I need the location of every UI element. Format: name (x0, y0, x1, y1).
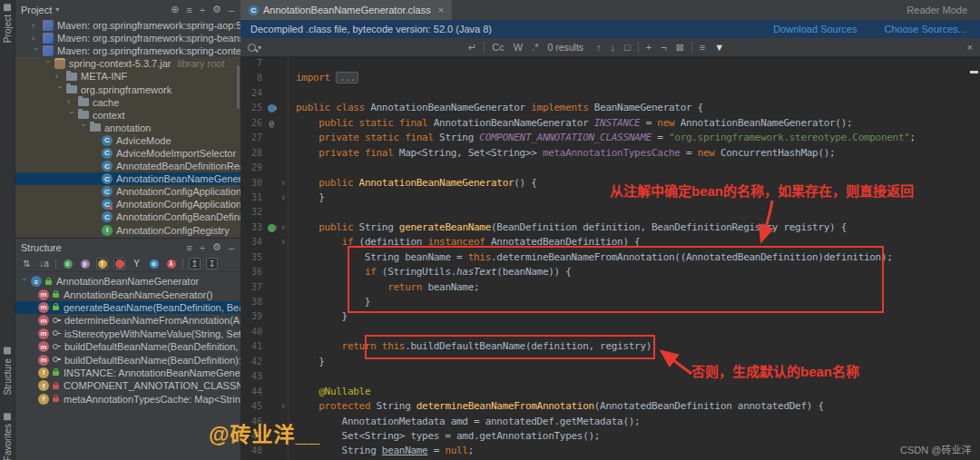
code-text[interactable]: String beanName = this.determineBeanName… (288, 250, 980, 265)
overrides-marker-icon[interactable] (268, 224, 276, 232)
show-fields-toggle[interactable]: f (96, 258, 108, 269)
code-text[interactable] (288, 86, 980, 101)
project-tree-item[interactable]: CAnnotationConfigApplicationCont (15, 198, 240, 210)
add-occurrence-icon[interactable]: + (646, 42, 652, 53)
autoscroll-from-source-toggle[interactable]: ↧ (206, 258, 218, 269)
show-non-public-toggle[interactable] (113, 258, 125, 269)
sort-by-visibility-icon[interactable]: ⇅ (21, 258, 33, 269)
code-text[interactable]: if (StringUtils.hasText(beanName)) { (288, 265, 980, 279)
settings-icon[interactable]: ⚙ (212, 241, 221, 253)
chevron-icon[interactable]: › (67, 112, 75, 119)
code-text[interactable] (288, 205, 980, 220)
code-text[interactable] (288, 161, 980, 175)
editor-tab[interactable]: C AnnotationBeanNameGenerator.class × (240, 0, 452, 20)
project-tree-item[interactable]: CAnnotationConfigBeanDefinitionPa (15, 210, 240, 223)
filter-lines-icon[interactable]: ≡ (700, 42, 705, 53)
show-properties-toggle[interactable]: p (79, 258, 91, 269)
code-text[interactable] (288, 369, 980, 384)
project-tree-item[interactable]: ›Maven: org.springframework:spring-conte… (15, 44, 240, 57)
project-tree-item[interactable]: IAnnotationConfigRegistry (15, 224, 240, 237)
chevron-icon[interactable]: › (67, 98, 74, 106)
chevron-icon[interactable]: › (32, 34, 39, 43)
project-tree-item[interactable]: ›Maven: org.springframework:spring-beans… (15, 32, 240, 44)
reader-mode-toggle[interactable]: Reader Mode (906, 5, 967, 15)
newline-icon[interactable]: ↵ (468, 42, 476, 54)
implemented-marker-icon[interactable] (268, 104, 276, 113)
structure-tree-item[interactable]: mAnnotationBeanNameGenerator() (15, 288, 240, 300)
close-tab-icon[interactable]: × (438, 5, 444, 15)
project-tree-item[interactable]: ›context (15, 109, 240, 122)
structure-tree-item[interactable]: ›cAnnotationBeanNameGenerator (15, 275, 240, 288)
project-tree-item[interactable]: ›Maven: org.springframework:spring-aop:5… (15, 19, 240, 32)
structure-tree-item[interactable]: fCOMPONENT_ANNOTATION_CLASSNAME: Stri (15, 379, 240, 392)
filter-funnel-icon[interactable]: ▼ (714, 42, 724, 53)
fold-marker-icon[interactable]: ∨ (279, 191, 288, 205)
filter-icon[interactable]: Y (131, 258, 142, 269)
next-occurrence-icon[interactable]: ↓ (611, 42, 616, 53)
tool-window-tab-project[interactable]: Project (0, 4, 15, 43)
structure-tree-item[interactable]: mbuildDefaultBeanName(BeanDefinition, Be… (15, 340, 240, 353)
code-text[interactable]: AnnotationMetadata amd = annotatedDef.ge… (288, 415, 980, 429)
choose-sources-link[interactable]: Choose Sources... (885, 24, 967, 34)
code-text[interactable]: private final Map<String, Set<String>> m… (288, 146, 980, 161)
fold-marker-icon[interactable]: ∨ (279, 176, 288, 191)
project-scrollbar[interactable] (237, 65, 240, 109)
code-text[interactable]: } (288, 355, 980, 369)
structure-tree-item[interactable]: fmetaAnnotationTypesCache: Map<String, S… (15, 393, 240, 406)
fold-marker-icon[interactable]: ∨ (279, 235, 288, 250)
project-tree-item[interactable]: ›annotation (15, 122, 240, 134)
chevron-down-icon[interactable]: ▾ (55, 5, 59, 14)
code-text[interactable]: private static final String COMPONENT_AN… (288, 131, 980, 145)
chevron-icon[interactable]: › (44, 60, 52, 67)
sort-alphabetically-icon[interactable]: ↓a (38, 258, 50, 269)
structure-tree-item[interactable]: misStereotypeWithNameValue(String, Set<S… (15, 328, 240, 340)
code-text[interactable]: import ... (288, 71, 980, 85)
collapse-all-icon[interactable]: ÷ (200, 5, 205, 15)
code-text[interactable]: Set<String> types = amd.getAnnotationTyp… (288, 429, 980, 444)
previous-occurrence-icon[interactable]: ↑ (596, 42, 602, 53)
chevron-icon[interactable]: › (32, 22, 39, 30)
hide-icon[interactable]: – (229, 5, 234, 15)
whole-words-toggle[interactable]: W (514, 42, 523, 53)
chevron-icon[interactable]: › (20, 278, 28, 285)
project-tree-item[interactable]: CAnnotationBeanNameGenerator (15, 172, 240, 185)
close-search-icon[interactable]: × (967, 42, 973, 53)
autoscroll-to-source-toggle[interactable]: ↥ (189, 258, 201, 269)
fold-marker-icon[interactable]: ∨ (279, 220, 288, 235)
chevron-icon[interactable]: › (55, 73, 63, 81)
locate-icon[interactable]: ⊕ (171, 4, 179, 15)
code-text[interactable]: } (288, 309, 980, 324)
search-history-icon[interactable]: ▾ (258, 44, 261, 52)
tool-window-tab-structure[interactable]: Structure (0, 347, 15, 396)
hide-icon[interactable]: – (229, 242, 234, 253)
fold-marker-icon[interactable]: ∨ (279, 399, 288, 414)
collapse-all-icon[interactable]: ÷ (200, 242, 205, 253)
code-text[interactable]: @Nullable (288, 385, 980, 399)
remove-occurrence-icon[interactable]: ¬ (661, 42, 666, 53)
project-tree-item[interactable]: CAnnotationConfigApplicationCont (15, 185, 240, 198)
code-text[interactable]: public static final AnnotationBeanNameGe… (288, 116, 980, 131)
project-tree-item[interactable]: CAdviceModeImportSelector (15, 147, 240, 160)
project-tree-item[interactable]: ›cache (15, 96, 240, 109)
expand-all-icon[interactable]: ≡ (187, 5, 192, 15)
code-text[interactable]: public class AnnotationBeanNameGenerator… (288, 101, 980, 115)
replace-occurrence-icon[interactable]: ⊠ (676, 42, 684, 54)
chevron-icon[interactable]: › (32, 47, 40, 54)
project-tree-item[interactable]: ›org.springframework (15, 83, 240, 95)
select-all-occurrences-icon[interactable]: □ (624, 42, 631, 53)
show-classes-toggle[interactable]: c (62, 258, 74, 269)
expand-all-icon[interactable]: ≡ (187, 242, 192, 253)
project-tree-item[interactable]: ›META-INF (15, 70, 240, 83)
structure-tree-item[interactable]: fINSTANCE: AnnotationBeanNameGenerator =… (15, 367, 240, 379)
chevron-icon[interactable]: › (79, 124, 87, 132)
structure-tree-item[interactable]: mgenerateBeanName(BeanDefinition, BeanDe… (15, 301, 240, 314)
project-tree-item[interactable]: ›spring-context-5.3.7.jarlibrary root (15, 57, 240, 70)
structure-tree-item[interactable]: mbuildDefaultBeanName(BeanDefinition): S… (15, 353, 240, 366)
code-text[interactable]: public String generateBeanName(BeanDefin… (288, 220, 980, 235)
code-text[interactable]: String beanName = null; (288, 444, 980, 458)
show-lambdas-toggle[interactable]: λ (165, 258, 177, 269)
code-text[interactable] (288, 56, 980, 71)
search-icon[interactable] (248, 44, 256, 52)
download-sources-link[interactable]: Download Sources (773, 24, 857, 34)
structure-tree-item[interactable]: mdetermineBeanNameFromAnnotation(Annotat (15, 314, 240, 327)
